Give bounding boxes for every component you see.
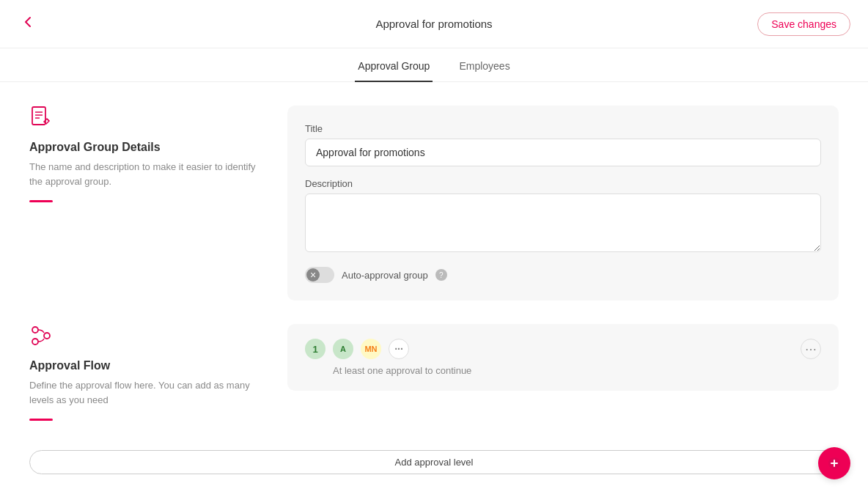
svg-point-5 xyxy=(32,327,38,333)
header: Approval for promotions Save changes xyxy=(0,0,868,48)
main-content: Approval Group Details The name and desc… xyxy=(0,82,868,497)
level-number-badge: 1 xyxy=(305,339,326,359)
section-left-details: Approval Group Details The name and desc… xyxy=(29,106,264,202)
details-section-divider xyxy=(29,200,53,202)
flow-section-desc: Define the approval flow here. You can a… xyxy=(29,378,264,407)
details-section-desc: The name and description to make it easi… xyxy=(29,160,264,188)
flow-section-divider xyxy=(29,419,53,421)
svg-rect-0 xyxy=(32,107,45,125)
fab-button[interactable] xyxy=(818,447,850,479)
svg-line-4 xyxy=(47,119,49,121)
flow-icon xyxy=(29,324,264,350)
description-textarea[interactable] xyxy=(305,194,821,252)
flow-section-title: Approval Flow xyxy=(29,359,264,372)
more-approvers-button[interactable]: ··· xyxy=(389,339,409,359)
approval-flow-card: 1 A MN ··· ⋯ At least one approval to co… xyxy=(287,324,839,391)
tab-approval-group[interactable]: Approval Group xyxy=(355,48,433,82)
tab-employees[interactable]: Employees xyxy=(456,48,512,82)
level-options-button[interactable]: ⋯ xyxy=(801,339,821,359)
help-icon[interactable]: ? xyxy=(435,269,447,281)
toggle-label: Auto-approval group xyxy=(342,270,428,281)
save-button[interactable]: Save changes xyxy=(757,12,850,36)
title-input[interactable] xyxy=(305,139,821,166)
approval-group-details-section: Approval Group Details The name and desc… xyxy=(29,106,839,301)
approval-flow-section: Approval Flow Define the approval flow h… xyxy=(29,324,839,421)
svg-point-6 xyxy=(44,333,50,339)
add-approval-level-button[interactable]: Add approval level xyxy=(29,450,839,474)
svg-point-7 xyxy=(32,339,38,345)
details-form-card: Title Description Auto-approval group ? xyxy=(287,106,839,301)
page-title: Approval for promotions xyxy=(375,18,492,30)
toggle-knob xyxy=(306,268,320,281)
auto-approval-row: Auto-approval group ? xyxy=(305,267,821,283)
document-edit-icon xyxy=(29,106,264,132)
title-label: Title xyxy=(305,123,821,134)
auto-approval-toggle[interactable] xyxy=(305,267,334,283)
approver-avatar-a[interactable]: A xyxy=(333,339,353,359)
details-section-title: Approval Group Details xyxy=(29,141,264,154)
section-left-flow: Approval Flow Define the approval flow h… xyxy=(29,324,264,421)
back-button[interactable] xyxy=(18,12,38,36)
level-note-text: At least one approval to continue xyxy=(333,365,821,376)
approval-level-row: 1 A MN ··· ⋯ xyxy=(305,339,821,359)
description-label: Description xyxy=(305,178,821,189)
tabs-bar: Approval Group Employees xyxy=(0,48,868,82)
approver-avatar-mn[interactable]: MN xyxy=(361,339,381,359)
